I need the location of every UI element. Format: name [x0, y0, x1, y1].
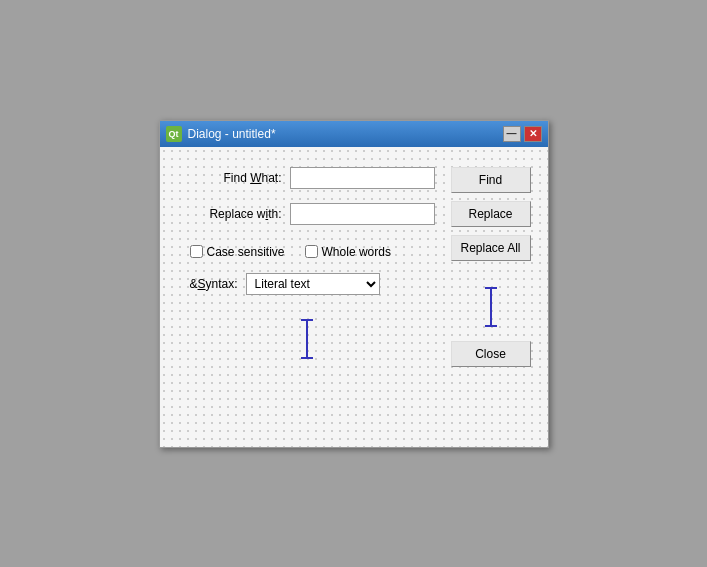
whole-words-label[interactable]: Whole words	[322, 245, 391, 259]
checkboxes-row: Case sensitive Whole words	[190, 245, 435, 259]
right-cursor-area	[451, 277, 531, 337]
replace-label: Replace with:	[180, 207, 290, 221]
close-title-button[interactable]: ✕	[524, 126, 542, 142]
find-input[interactable]	[290, 167, 435, 189]
window-title: Dialog - untitled*	[188, 127, 276, 141]
close-button[interactable]: Close	[451, 341, 531, 367]
left-text-cursor	[306, 319, 308, 359]
replace-row: Replace with:	[180, 203, 435, 225]
qt-logo: Qt	[166, 126, 182, 142]
replace-all-button[interactable]: Replace All	[451, 235, 531, 261]
find-label: Find What:	[180, 171, 290, 185]
replace-button[interactable]: Replace	[451, 201, 531, 227]
case-sensitive-item: Case sensitive	[190, 245, 285, 259]
minimize-button[interactable]: —	[503, 126, 521, 142]
case-sensitive-label[interactable]: Case sensitive	[207, 245, 285, 259]
input-section: Find What: Replace with: Case sensitive	[180, 167, 435, 369]
title-bar-left: Qt Dialog - untitled*	[166, 126, 276, 142]
dialog-window: Qt Dialog - untitled* — ✕ Find What: Rep…	[159, 120, 549, 448]
case-sensitive-checkbox[interactable]	[190, 245, 203, 258]
syntax-select[interactable]: Literal textRegular expressionWildcard	[246, 273, 380, 295]
dialog-body: Find What: Replace with: Case sensitive	[160, 147, 548, 447]
left-cursor-area	[180, 309, 435, 369]
close-button-container: Close	[451, 341, 531, 367]
title-buttons: — ✕	[503, 126, 542, 142]
buttons-group: Find Replace Replace All	[451, 167, 531, 261]
find-button[interactable]: Find	[451, 167, 531, 193]
title-bar: Qt Dialog - untitled* — ✕	[160, 121, 548, 147]
replace-input[interactable]	[290, 203, 435, 225]
syntax-label: &Syntax:	[190, 277, 238, 291]
right-column: Find Replace Replace All Close	[451, 167, 531, 369]
syntax-row: &Syntax: Literal textRegular expressionW…	[190, 273, 435, 295]
whole-words-item: Whole words	[305, 245, 391, 259]
right-text-cursor	[490, 287, 492, 327]
whole-words-checkbox[interactable]	[305, 245, 318, 258]
find-row: Find What:	[180, 167, 435, 189]
